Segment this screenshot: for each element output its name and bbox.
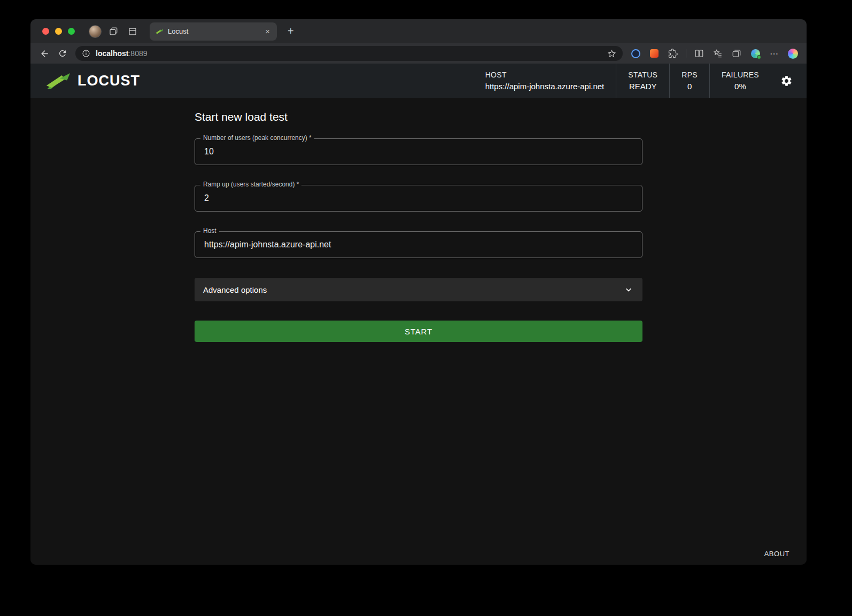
page-title: Start new load test <box>195 111 642 123</box>
window-controls <box>42 28 75 35</box>
zoom-window-button[interactable] <box>68 28 75 35</box>
stat-rps: RPS 0 <box>669 64 709 98</box>
extensions-row: ⋯ <box>628 46 800 60</box>
address-bar[interactable]: localhost:8089 <box>75 46 623 61</box>
brand-name: LOCUST <box>78 73 140 89</box>
adblock-extension-icon[interactable] <box>647 46 662 60</box>
split-screen-icon[interactable] <box>692 46 707 60</box>
profile-avatar[interactable] <box>89 25 102 38</box>
stat-rps-value: 0 <box>681 82 698 91</box>
advanced-options-label: Advanced options <box>203 285 267 294</box>
tab-close-icon[interactable]: × <box>264 27 272 36</box>
stat-status: STATUS READY <box>616 64 669 98</box>
num-users-label: Number of users (peak concurrency) * <box>200 134 314 142</box>
more-menu-icon[interactable]: ⋯ <box>766 46 781 60</box>
stat-failures-label: FAILURES <box>722 71 759 79</box>
stat-failures-value: 0% <box>722 82 759 91</box>
minimize-window-button[interactable] <box>55 28 62 35</box>
num-users-input[interactable] <box>203 146 634 157</box>
site-info-icon[interactable] <box>82 49 90 58</box>
stat-status-label: STATUS <box>628 71 657 79</box>
tab-strip: Locust × + <box>30 19 807 43</box>
about-link[interactable]: ABOUT <box>764 550 789 558</box>
stat-host: HOST https://apim-johnsta.azure-api.net <box>474 64 616 98</box>
url-port: :8089 <box>128 49 147 58</box>
copilot-icon[interactable] <box>785 46 800 60</box>
close-window-button[interactable] <box>42 28 49 35</box>
main-content: Start new load test Number of users (pea… <box>30 98 807 565</box>
num-users-field[interactable]: Number of users (peak concurrency) * <box>195 138 642 165</box>
ramp-up-input[interactable] <box>203 193 634 204</box>
app-navbar: LOCUST HOST https://apim-johnsta.azure-a… <box>30 64 807 98</box>
locust-logo-icon <box>44 72 71 90</box>
load-test-form: Start new load test Number of users (pea… <box>195 111 642 342</box>
url-text: localhost:8089 <box>96 49 148 58</box>
start-button[interactable]: START <box>195 321 642 342</box>
collections-icon[interactable] <box>729 46 744 60</box>
ramp-up-field[interactable]: Ramp up (users started/second) * <box>195 185 642 212</box>
password-manager-icon[interactable] <box>628 46 643 60</box>
toolbar-divider <box>686 49 686 58</box>
workspaces-icon[interactable] <box>106 24 121 39</box>
ramp-up-label: Ramp up (users started/second) * <box>200 181 301 188</box>
chevron-down-icon <box>623 284 634 295</box>
url-host: localhost <box>96 49 128 58</box>
advanced-options-accordion[interactable]: Advanced options <box>195 278 642 301</box>
favorite-star-icon[interactable] <box>607 49 616 58</box>
favorites-hub-icon[interactable] <box>710 46 725 60</box>
reload-icon[interactable] <box>55 46 70 61</box>
stat-failures: FAILURES 0% <box>709 64 771 98</box>
stat-rps-label: RPS <box>681 71 698 79</box>
host-input[interactable] <box>203 239 634 250</box>
locust-page: LOCUST HOST https://apim-johnsta.azure-a… <box>30 64 807 565</box>
tab-actions-icon[interactable] <box>125 24 140 39</box>
host-field[interactable]: Host <box>195 231 642 258</box>
browser-tab[interactable]: Locust × <box>150 22 277 41</box>
settings-gear-icon[interactable] <box>771 64 807 98</box>
locust-home-link[interactable]: LOCUST <box>44 64 140 98</box>
browser-toolbar: localhost:8089 <box>30 43 807 64</box>
extensions-puzzle-icon[interactable] <box>665 46 680 60</box>
stat-host-value: https://apim-johnsta.azure-api.net <box>485 82 605 91</box>
rewards-icon[interactable] <box>748 46 763 60</box>
status-bar: HOST https://apim-johnsta.azure-api.net … <box>474 64 771 98</box>
stat-status-value: READY <box>628 82 657 91</box>
browser-window: Locust × + localhost:8089 <box>30 19 807 565</box>
locust-favicon-icon <box>155 28 164 35</box>
back-icon[interactable] <box>37 46 52 61</box>
host-label: Host <box>200 227 219 235</box>
stat-host-label: HOST <box>485 71 605 79</box>
new-tab-button[interactable]: + <box>284 25 297 37</box>
tab-title: Locust <box>168 27 259 35</box>
